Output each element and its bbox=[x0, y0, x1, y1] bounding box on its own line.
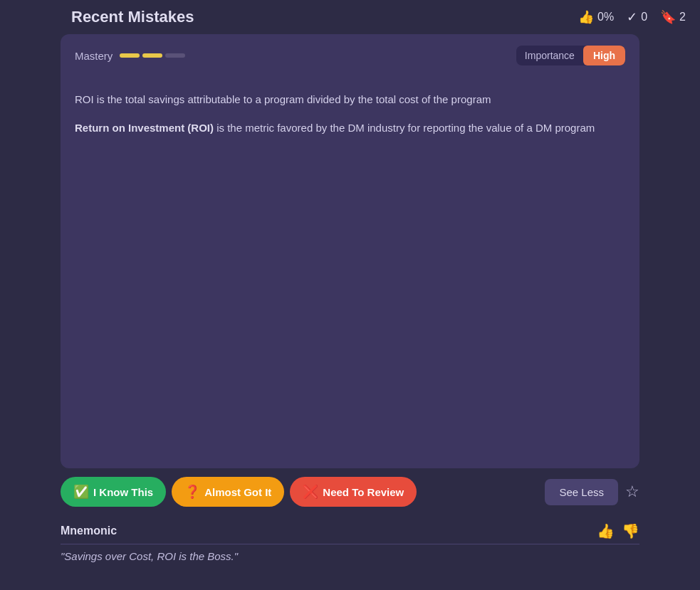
page-container: Recent Mistakes 👍 0% ✓ 0 🔖 2 Mastery bbox=[0, 0, 700, 590]
mnemonic-section: Mnemonic 👍 👎 "Savings over Cost, ROI is … bbox=[61, 515, 639, 569]
stat-check: ✓ 0 bbox=[627, 9, 647, 25]
need-to-review-button[interactable]: ❌ Need To Review bbox=[290, 477, 417, 507]
mnemonic-downvote-button[interactable]: 👎 bbox=[622, 522, 639, 539]
answer-buttons: ✅ I Know This ❓ Almost Got It ❌ Need To … bbox=[61, 477, 417, 507]
content-line1: ROI is the total savings attributable to… bbox=[75, 91, 625, 108]
content-line2: Return on Investment (ROI) is the metric… bbox=[75, 120, 625, 137]
check-icon: ✓ bbox=[627, 9, 637, 25]
card-top-bar: Mastery Importance High bbox=[61, 34, 639, 77]
mnemonic-title: Mnemonic bbox=[61, 525, 117, 537]
mnemonic-upvote-button[interactable]: 👍 bbox=[597, 522, 615, 539]
stat-bookmark: 🔖 2 bbox=[660, 9, 686, 25]
mastery-seg-1 bbox=[120, 53, 140, 58]
mastery-section: Mastery bbox=[75, 50, 185, 62]
thumbsdown-mnemonic-icon: 👎 bbox=[622, 523, 639, 539]
content-rest: is the metric favored by the DM industry… bbox=[214, 122, 595, 134]
importance-section: Importance High bbox=[516, 46, 625, 65]
content-bold: Return on Investment (ROI) bbox=[75, 122, 214, 134]
header-bar: Recent Mistakes 👍 0% ✓ 0 🔖 2 bbox=[0, 0, 700, 34]
mastery-bar bbox=[120, 53, 185, 58]
know-this-button[interactable]: ✅ I Know This bbox=[61, 477, 166, 507]
mnemonic-header: Mnemonic 👍 👎 bbox=[61, 522, 639, 544]
action-row: ✅ I Know This ❓ Almost Got It ❌ Need To … bbox=[0, 468, 700, 515]
mnemonic-text: "Savings over Cost, ROI is the Boss." bbox=[61, 550, 639, 562]
stat-percentage: 👍 0% bbox=[578, 9, 614, 25]
see-less-button[interactable]: See Less bbox=[545, 479, 618, 505]
checkmark-circle-icon: ✅ bbox=[73, 484, 89, 500]
importance-badge: High bbox=[583, 46, 625, 65]
bookmark-icon: 🔖 bbox=[660, 9, 676, 25]
importance-label: Importance bbox=[516, 46, 583, 65]
x-circle-icon: ❌ bbox=[303, 484, 318, 500]
right-buttons: See Less ☆ bbox=[545, 479, 639, 505]
mastery-label: Mastery bbox=[75, 50, 113, 62]
thumbsup-icon: 👍 bbox=[578, 9, 594, 25]
almost-got-it-button[interactable]: ❓ Almost Got It bbox=[172, 477, 284, 507]
mastery-seg-3 bbox=[165, 53, 185, 58]
header-stats: 👍 0% ✓ 0 🔖 2 bbox=[578, 9, 686, 25]
card-content: ROI is the total savings attributable to… bbox=[61, 77, 639, 468]
page-title: Recent Mistakes bbox=[71, 8, 194, 26]
thumbsup-mnemonic-icon: 👍 bbox=[597, 523, 615, 539]
star-icon: ☆ bbox=[625, 483, 639, 500]
mastery-seg-2 bbox=[142, 53, 162, 58]
question-circle-icon: ❓ bbox=[184, 484, 200, 500]
mnemonic-vote-row: 👍 👎 bbox=[597, 522, 639, 539]
star-button[interactable]: ☆ bbox=[625, 483, 639, 501]
flashcard: Mastery Importance High ROI is the total… bbox=[61, 34, 639, 468]
